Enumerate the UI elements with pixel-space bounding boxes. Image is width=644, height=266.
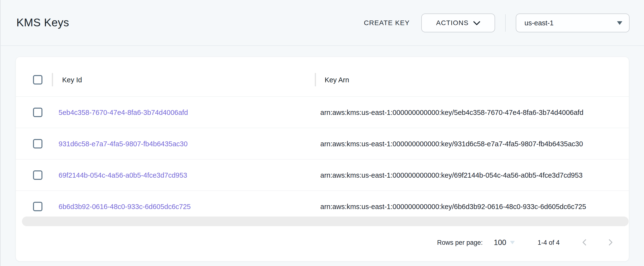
rows-per-page-label: Rows per page: [437,239,483,246]
rows-per-page-select[interactable]: 100 [494,238,515,247]
column-resize-handle-key-arn[interactable] [315,73,316,86]
actions-button-label: ACTIONS [436,19,469,27]
header-divider [505,14,506,32]
table-row: 931d6c58-e7a7-4fa5-9807-fb4b6435ac30 arn… [16,128,629,159]
horizontal-scrollbar[interactable] [22,216,628,226]
caret-down-icon [510,241,515,244]
pagination-bar: Rows per page: 100 1-4 of 4 [437,234,629,251]
row-checkbox[interactable] [33,170,42,180]
column-header-key-arn[interactable]: Key Arn [325,76,349,84]
table-row: 5eb4c358-7670-47e4-8fa6-3b74d4006afd arn… [16,96,629,128]
region-select-value: us-east-1 [524,19,554,27]
key-id-link[interactable]: 6b6d3b92-0616-48c0-933c-6d605dc6c725 [58,203,191,211]
select-all-checkbox[interactable] [33,75,42,84]
key-arn-cell: arn:aws:kms:us-east-1:000000000000:key/6… [320,203,586,211]
key-arn-cell: arn:aws:kms:us-east-1:000000000000:key/6… [320,171,582,179]
pagination-range-label: 1-4 of 4 [538,239,560,246]
kms-keys-table-card: Key Id Key Arn 5eb4c358-7670-47e4-8fa6-3… [16,57,629,261]
key-id-link[interactable]: 5eb4c358-7670-47e4-8fa6-3b74d4006afd [58,109,188,116]
key-arn-cell: arn:aws:kms:us-east-1:000000000000:key/5… [320,109,584,116]
table-row: 69f2144b-054c-4a56-a0b5-4fce3d7cd953 arn… [16,159,629,190]
create-key-button[interactable]: CREATE KEY [356,14,418,32]
caret-down-icon [617,21,622,25]
page-title: KMS Keys [16,16,69,29]
next-page-button[interactable] [606,238,615,247]
rows-per-page-value: 100 [494,238,506,247]
header-controls: CREATE KEY ACTIONS us-east-1 [356,14,630,32]
column-header-key-id[interactable]: Key Id [62,76,82,84]
column-resize-handle-key-id[interactable] [52,73,53,86]
chevron-down-icon [473,19,480,27]
region-select[interactable]: us-east-1 [516,14,630,32]
row-checkbox[interactable] [33,108,42,117]
row-checkbox[interactable] [33,202,42,211]
key-id-link[interactable]: 931d6c58-e7a7-4fa5-9807-fb4b6435ac30 [58,140,188,148]
actions-button[interactable]: ACTIONS [421,14,495,32]
row-checkbox[interactable] [33,139,42,149]
previous-page-button[interactable] [580,238,589,247]
key-id-link[interactable]: 69f2144b-054c-4a56-a0b5-4fce3d7cd953 [58,171,187,179]
key-arn-cell: arn:aws:kms:us-east-1:000000000000:key/9… [320,140,583,148]
table-header-row: Key Id Key Arn [16,57,629,96]
page-header: KMS Keys CREATE KEY ACTIONS us-east-1 [0,0,644,46]
chevron-left-icon [580,238,589,247]
chevron-right-icon [606,238,615,247]
